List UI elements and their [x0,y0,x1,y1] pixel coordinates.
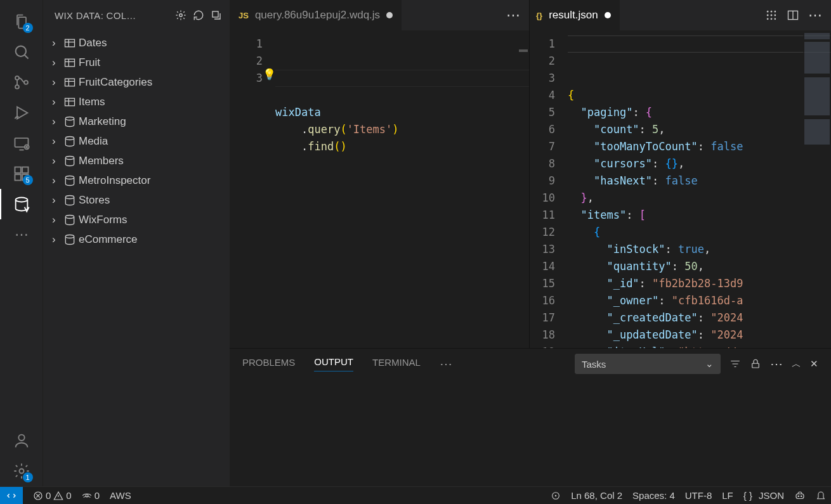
sidebar-item-label: MetroInspector [79,174,150,187]
svg-point-30 [771,15,772,16]
remote-explorer-icon[interactable] [6,128,37,158]
panel-more-icon[interactable]: ⋯ [440,356,452,372]
settings-badge: 1 [23,472,33,482]
source-control-icon[interactable] [6,67,37,98]
more-icon[interactable]: ⋯ [6,219,37,250]
svg-rect-17 [65,79,75,86]
svg-point-26 [767,11,768,12]
tab-result-json[interactable]: {} result.json [530,0,620,30]
svg-rect-6 [15,167,20,173]
panel-tab-problems[interactable]: PROBLEMS [242,357,295,372]
status-eol[interactable]: LF [717,490,738,501]
tab-query-js[interactable]: JS query.86u9u1epuj2.wdq.js [230,0,402,30]
status-spaces[interactable]: Spaces: 4 [627,490,680,501]
sidebar-item-media[interactable]: ›Media [43,131,230,151]
sidebar-item-fruitcategories[interactable]: ›FruitCategories [43,72,230,92]
status-ports[interactable]: 0 [77,490,105,501]
database-icon [63,115,79,128]
editor-left: JS query.86u9u1epuj2.wdq.js ⋯ 123 💡 wixD… [230,0,530,348]
svg-point-40 [556,495,556,496]
svg-rect-15 [65,39,75,47]
chevron-up-icon[interactable]: ︿ [792,358,801,370]
settings-icon[interactable] [175,10,186,21]
chevron-right-icon: › [52,135,63,148]
settings-gear-icon[interactable]: 1 [6,456,37,486]
filter-icon[interactable] [730,358,741,370]
sidebar-item-metroinspector[interactable]: ›MetroInspector [43,171,230,190]
svg-rect-9 [22,167,28,173]
collapse-icon[interactable] [211,10,222,21]
status-language[interactable]: { }JSON [738,490,789,501]
chevron-down-icon: ⌄ [705,358,714,370]
svg-point-43 [801,496,802,497]
sidebar-item-ecommerce[interactable]: ›eCommerce [43,229,230,249]
status-bell-icon[interactable] [811,491,831,501]
code-content[interactable]: 💡 wixData .query('Items') .find() [275,30,529,348]
status-copilot-icon[interactable] [789,490,811,501]
scrollbar[interactable] [516,30,529,348]
extensions-badge: 5 [23,175,33,185]
chevron-right-icon: › [52,214,63,226]
js-file-icon: JS [239,11,249,20]
status-problems[interactable]: 0 0 [28,490,77,501]
panel-tab-output[interactable]: OUTPUT [314,356,353,372]
chevron-right-icon: › [52,233,63,246]
sidebar-item-dates[interactable]: ›Dates [43,33,230,53]
run-icon[interactable] [765,9,778,22]
sidebar-item-stores[interactable]: ›Stores [43,190,230,210]
svg-point-24 [65,215,74,218]
sidebar-item-items[interactable]: ›Items [43,92,230,112]
svg-rect-41 [796,494,804,499]
database-icon [63,233,79,246]
explorer-badge: 2 [23,23,33,33]
account-icon[interactable] [6,425,37,456]
chevron-right-icon: › [52,56,63,69]
sidebar-item-members[interactable]: ›Members [43,151,230,171]
sidebar-item-wixforms[interactable]: ›WixForms [43,210,230,229]
sidebar-item-label: Media [79,135,108,148]
code-content[interactable]: { "paging": { "count": 5, "tooManyToCoun… [568,30,831,348]
sidebar-item-marketing[interactable]: ›Marketing [43,112,230,131]
line-gutter: 12345678910111213141516171819 [530,30,568,348]
remote-indicator[interactable] [0,487,23,504]
tab-more-icon[interactable]: ⋯ [808,7,822,23]
svg-point-29 [767,15,768,16]
table-icon [63,56,79,69]
sidebar-item-label: Fruit [79,56,100,69]
svg-rect-7 [15,174,20,180]
output-channel-select[interactable]: Tasks ⌄ [575,354,721,374]
sidebar-item-label: Items [79,96,105,108]
svg-point-25 [65,235,74,238]
sidebar: WIX DATA: COL… ›Dates›Fruit›FruitCategor… [43,0,230,486]
panel-more-actions-icon[interactable]: ⋯ [770,356,783,372]
refresh-icon[interactable] [193,10,204,21]
split-editor-icon[interactable] [787,9,799,22]
status-cursor[interactable]: Ln 68, Col 2 [566,490,627,501]
chevron-right-icon: › [52,174,63,187]
json-file-icon: {} [536,11,542,20]
wix-data-icon[interactable] [6,189,37,219]
svg-point-27 [771,11,772,12]
sidebar-item-label: eCommerce [79,233,138,246]
status-encoding[interactable]: UTF-8 [680,490,717,501]
status-cloud[interactable]: AWS [105,490,136,501]
chevron-right-icon: › [52,194,63,207]
tab-more-icon[interactable]: ⋯ [506,7,520,23]
svg-point-34 [775,18,776,20]
svg-rect-18 [65,98,75,106]
search-icon[interactable] [6,37,37,67]
run-debug-icon[interactable] [6,98,37,128]
close-panel-icon[interactable]: ✕ [810,358,818,370]
status-target-icon[interactable] [546,491,566,501]
panel-tab-terminal[interactable]: TERMINAL [372,357,421,372]
svg-point-12 [19,469,23,474]
select-value: Tasks [582,359,606,370]
svg-point-33 [771,18,772,20]
dirty-indicator-icon [386,12,393,18]
lightbulb-icon[interactable]: 💡 [263,66,276,83]
lock-icon[interactable] [750,358,761,370]
extensions-icon[interactable]: 5 [6,158,37,189]
svg-point-1 [15,76,19,80]
sidebar-item-fruit[interactable]: ›Fruit [43,53,230,72]
explorer-icon[interactable]: 2 [6,6,37,37]
